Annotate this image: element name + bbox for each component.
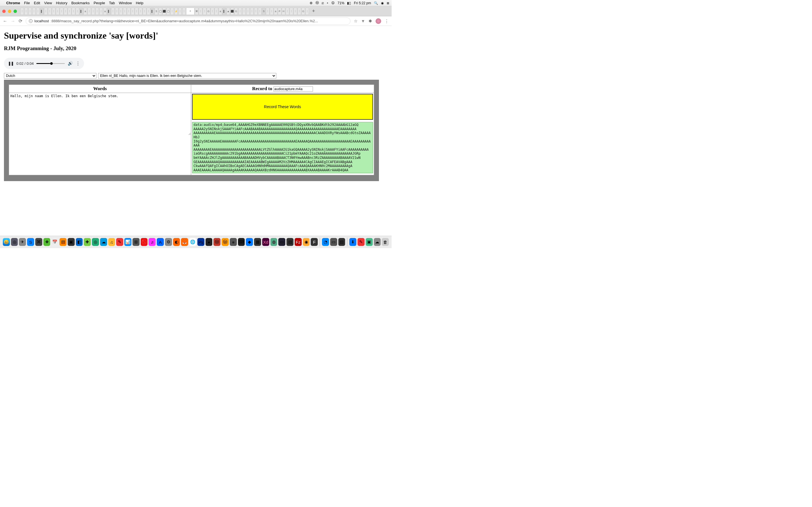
menu-window[interactable]: Window [119,1,132,5]
dock-app[interactable]: Ⓦ [221,238,229,246]
dock-app[interactable]: 🦊 [181,238,188,246]
dock-app[interactable]: ▣ [68,238,75,246]
tab[interactable]: ⋮ [123,8,126,15]
tab[interactable]: a [84,8,87,15]
new-tab-button[interactable]: + [310,8,317,14]
tab[interactable]: S [154,8,158,15]
dock-app[interactable]: ⚙ [165,238,172,246]
dock-app[interactable]: ▤ [59,238,66,246]
tab[interactable]: ⋮ [139,8,142,15]
site-info-icon[interactable]: ⓘ [29,19,33,23]
dock-app[interactable]: ⬇ [349,238,356,246]
tab[interactable]: ⋮ [143,8,146,15]
chrome-menu-icon[interactable]: ⋮ [385,18,389,24]
voice-select[interactable]: Ellen nl_BE Hallo, mijn naam is Ellen. I… [98,73,276,78]
words-textarea[interactable]: Hallo, mijn naam is Ellen. Ik ben een Be… [9,93,191,135]
siri-icon[interactable]: ◉ [381,1,384,5]
dock-app[interactable]: ✈ [19,238,26,246]
dock-app[interactable]: ⎈ [230,238,237,246]
dock-app-finder[interactable]: 😀 [3,238,10,246]
menu-people[interactable]: People [94,1,105,5]
forward-button[interactable]: → [11,18,15,24]
base64-output[interactable]: data:audio/mp4;base64,AAAAHGZ0eXBNNEEgAA… [192,122,373,173]
menu-file[interactable]: File [24,1,30,5]
tab[interactable]: P [278,8,282,15]
tab[interactable]: ⋮ [91,8,95,15]
menu-history[interactable]: History [56,1,67,5]
dock-app[interactable]: ◎ [11,238,18,246]
dock-app[interactable]: ♬ [149,238,156,246]
tab[interactable]: ⋮ [250,8,254,15]
tab[interactable]: ⋮ [99,8,103,15]
menubar-app-name[interactable]: Chrome [6,1,20,5]
tab[interactable]: ⋮ [87,8,91,15]
volume-icon[interactable]: 🔊 [68,61,73,66]
dock-app[interactable]: ▣ [366,238,373,246]
tab[interactable]: ⋮ [170,8,174,15]
close-window-button[interactable] [2,10,6,13]
tab[interactable]: ⌘ [195,8,199,15]
tab[interactable]: ⬛ [231,8,234,15]
dock-app[interactable]: A [157,238,164,246]
tab[interactable]: ⋮ [36,8,40,15]
dock-app[interactable]: ♫ [108,238,115,246]
dock-app[interactable]: ◍ [270,238,277,246]
language-select[interactable]: Dutch [4,73,96,78]
tab[interactable]: ⋮ [95,8,99,15]
tab[interactable]: S [262,8,266,15]
tab[interactable]: ⋮ [32,8,36,15]
dock-app[interactable]: 📊 [124,238,132,246]
dock-app[interactable]: Ps [197,238,204,246]
tab[interactable]: H [282,8,285,15]
status-icon[interactable]: Ⓜ [315,1,319,5]
menu-bookmarks[interactable]: Bookmarks [71,1,90,5]
extensions-puzzle-icon[interactable]: ✱ [368,18,372,24]
tab[interactable]: ⋮ [28,8,32,15]
tab[interactable]: ⋮ [56,8,59,15]
tab[interactable]: ◯ [158,8,162,15]
dock-app[interactable]: 📅 [51,238,58,246]
tab[interactable]: ⋮ [182,8,186,15]
address-bar[interactable]: ⓘ localhost:8888/macos_say_record.php?th… [26,17,350,25]
control-center-icon[interactable]: ≣ [387,1,389,5]
menu-tab[interactable]: Tab [109,1,115,5]
record-words-button[interactable]: Record These Words [192,94,373,120]
spotlight-icon[interactable]: 🔍 [374,1,378,5]
tab[interactable]: ⚡ [174,8,178,15]
tab-active[interactable]: × [186,8,195,15]
maximize-window-button[interactable] [13,10,17,13]
tab[interactable]: ⋮ [119,8,123,15]
dock-app[interactable]: ☁ [374,238,381,246]
status-icon[interactable]: ⚙ [310,1,313,5]
tab[interactable]: ⋮ [135,8,139,15]
tab[interactable]: ⋮ [266,8,269,15]
tab[interactable]: ⋮ [44,8,48,15]
tab[interactable]: ⋮ [242,8,246,15]
tab[interactable]: ⋮ [20,8,24,15]
tab[interactable]: ⋮ [60,8,63,15]
battery-icon[interactable]: ▮▯ [347,1,351,5]
dock-app[interactable]: ⊞ [133,238,140,246]
tab[interactable]: ⋮ [203,8,206,15]
tab[interactable]: ⋮ [270,8,273,15]
tab[interactable]: ⋮ [258,8,262,15]
tab[interactable]: ⋮ [214,8,218,15]
tab[interactable]: a [274,8,277,15]
tab[interactable]: ⋮ [111,8,115,15]
audio-player[interactable]: ❚❚ 0:02 / 0:04 🔊 ⋮ [4,58,84,69]
dock-app[interactable]: F [311,238,318,246]
dock-app[interactable]: ◆ [246,238,253,246]
tab[interactable]: ⋮ [24,8,28,15]
dock-app[interactable]: ◎ [92,238,99,246]
dock-app[interactable]: ⌘ [35,238,42,246]
tab[interactable]: ⋮ [115,8,119,15]
close-tab-icon[interactable]: × [190,10,191,13]
dock-app[interactable]: ▤ [287,238,294,246]
dock-app-filezilla[interactable]: Fz [295,238,302,246]
tab[interactable]: ⋮ [178,8,182,15]
tab[interactable]: ▌ [151,8,154,15]
tab[interactable]: ⋮ [305,8,309,15]
tab[interactable]: ⋮ [75,8,79,15]
dock-app[interactable]: 🚫 [141,238,148,246]
audio-more-icon[interactable]: ⋮ [76,61,80,66]
